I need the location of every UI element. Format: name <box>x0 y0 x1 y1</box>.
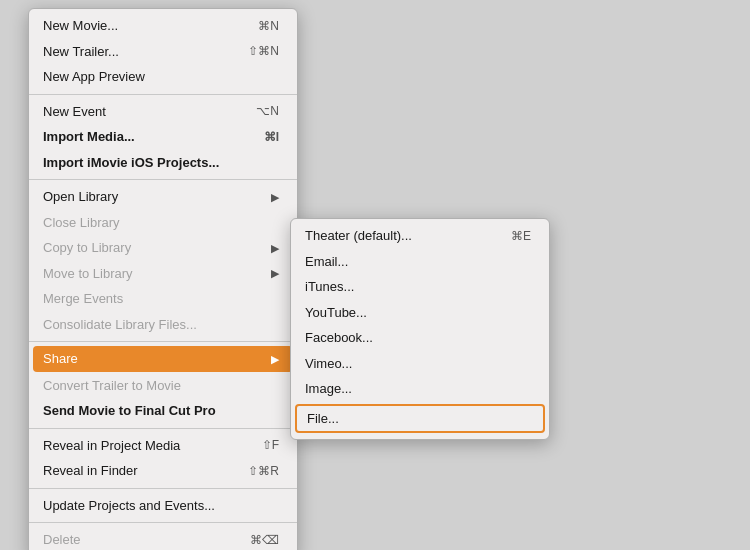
menu-item-send-movie[interactable]: Send Movie to Final Cut Pro <box>29 398 297 424</box>
menu-item-update-projects[interactable]: Update Projects and Events... <box>29 493 297 519</box>
submenu-item-vimeo-label: Vimeo... <box>305 354 352 374</box>
menu-item-import-imovie[interactable]: Import iMovie iOS Projects... <box>29 150 297 176</box>
submenu-item-theater[interactable]: Theater (default)... ⌘E <box>291 223 549 249</box>
menu-item-convert-trailer-label: Convert Trailer to Movie <box>43 376 181 396</box>
open-library-arrow-icon: ▶ <box>271 189 279 206</box>
separator-1 <box>29 94 297 95</box>
share-submenu: Theater (default)... ⌘E Email... iTunes.… <box>290 218 550 440</box>
menu-item-reveal-project-label: Reveal in Project Media <box>43 436 180 456</box>
menu-item-move-to-library-label: Move to Library <box>43 264 133 284</box>
menu-item-reveal-finder[interactable]: Reveal in Finder ⇧⌘R <box>29 458 297 484</box>
menu-item-reveal-finder-shortcut: ⇧⌘R <box>248 462 279 480</box>
menu-item-new-app-preview-label: New App Preview <box>43 67 145 87</box>
menu-item-new-movie-label: New Movie... <box>43 16 118 36</box>
copy-library-arrow-icon: ▶ <box>271 240 279 257</box>
submenu-item-facebook[interactable]: Facebook... <box>291 325 549 351</box>
menu-item-consolidate-library[interactable]: Consolidate Library Files... <box>29 312 297 338</box>
submenu-item-file-label: File... <box>307 409 339 429</box>
submenu-item-itunes[interactable]: iTunes... <box>291 274 549 300</box>
menu-item-reveal-project[interactable]: Reveal in Project Media ⇧F <box>29 433 297 459</box>
separator-4 <box>29 428 297 429</box>
submenu-item-email-label: Email... <box>305 252 348 272</box>
menu-item-import-media[interactable]: Import Media... ⌘I <box>29 124 297 150</box>
menu-item-share[interactable]: Share ▶ <box>33 346 293 372</box>
menu-item-convert-trailer[interactable]: Convert Trailer to Movie <box>29 373 297 399</box>
menu-item-reveal-project-shortcut: ⇧F <box>262 436 279 454</box>
menu-item-new-app-preview[interactable]: New App Preview <box>29 64 297 90</box>
submenu-item-file[interactable]: File... <box>297 406 543 432</box>
submenu-item-theater-label: Theater (default)... <box>305 226 412 246</box>
menu-item-new-movie-shortcut: ⌘N <box>258 17 279 35</box>
menu-item-new-trailer-shortcut: ⇧⌘N <box>248 42 279 60</box>
menu-item-move-to-library[interactable]: Move to Library ▶ <box>29 261 297 287</box>
menu-item-merge-events-label: Merge Events <box>43 289 123 309</box>
menu-item-update-projects-label: Update Projects and Events... <box>43 496 215 516</box>
submenu-item-vimeo[interactable]: Vimeo... <box>291 351 549 377</box>
menu-item-import-media-shortcut: ⌘I <box>264 128 279 146</box>
menu-item-new-event-shortcut: ⌥N <box>256 102 279 120</box>
menu-item-open-library-label: Open Library <box>43 187 118 207</box>
submenu-item-youtube-label: YouTube... <box>305 303 367 323</box>
submenu-item-file-container: File... <box>295 404 545 434</box>
menu-item-new-movie[interactable]: New Movie... ⌘N <box>29 13 297 39</box>
menu-item-new-event[interactable]: New Event ⌥N <box>29 99 297 125</box>
menu-item-close-library[interactable]: Close Library <box>29 210 297 236</box>
menu-item-copy-to-library-label: Copy to Library <box>43 238 131 258</box>
separator-6 <box>29 522 297 523</box>
separator-2 <box>29 179 297 180</box>
submenu-item-image-label: Image... <box>305 379 352 399</box>
menu-item-send-movie-label: Send Movie to Final Cut Pro <box>43 401 216 421</box>
separator-3 <box>29 341 297 342</box>
separator-5 <box>29 488 297 489</box>
menu-item-share-label: Share <box>43 349 78 369</box>
menu-item-reveal-finder-label: Reveal in Finder <box>43 461 138 481</box>
menu-item-new-trailer-label: New Trailer... <box>43 42 119 62</box>
menu-item-merge-events[interactable]: Merge Events <box>29 286 297 312</box>
menu-item-import-imovie-label: Import iMovie iOS Projects... <box>43 153 219 173</box>
submenu-item-youtube[interactable]: YouTube... <box>291 300 549 326</box>
submenu-item-theater-shortcut: ⌘E <box>511 227 531 245</box>
menu-item-close-library-label: Close Library <box>43 213 120 233</box>
move-library-arrow-icon: ▶ <box>271 265 279 282</box>
submenu-item-email[interactable]: Email... <box>291 249 549 275</box>
submenu-item-image[interactable]: Image... <box>291 376 549 402</box>
menu-item-open-library[interactable]: Open Library ▶ <box>29 184 297 210</box>
submenu-item-itunes-label: iTunes... <box>305 277 354 297</box>
menu-item-delete-shortcut: ⌘⌫ <box>250 531 279 549</box>
menu-item-import-media-label: Import Media... <box>43 127 135 147</box>
main-menu: New Movie... ⌘N New Trailer... ⇧⌘N New A… <box>28 8 298 550</box>
menu-item-new-trailer[interactable]: New Trailer... ⇧⌘N <box>29 39 297 65</box>
menu-item-delete-label: Delete <box>43 530 81 550</box>
menu-item-copy-to-library[interactable]: Copy to Library ▶ <box>29 235 297 261</box>
share-arrow-icon: ▶ <box>271 351 279 368</box>
menu-item-consolidate-library-label: Consolidate Library Files... <box>43 315 197 335</box>
submenu-item-facebook-label: Facebook... <box>305 328 373 348</box>
menu-item-new-event-label: New Event <box>43 102 106 122</box>
menu-item-delete[interactable]: Delete ⌘⌫ <box>29 527 297 550</box>
